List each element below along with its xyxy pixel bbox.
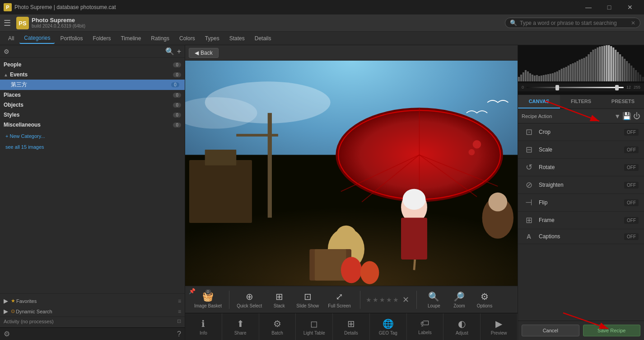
batch-icon: ⚙: [273, 318, 281, 329]
loupe-button[interactable]: 🔍 Loupe: [422, 289, 446, 310]
miscellaneous-label: Miscellaneous: [4, 122, 41, 128]
straighten-row[interactable]: ⊘ Straighten OFF: [518, 176, 644, 194]
dynamic-search-menu-icon[interactable]: ≡: [178, 308, 181, 315]
dynamic-search-icon: ⊙: [11, 308, 15, 314]
zoom-button[interactable]: 🔎 Zoom: [448, 289, 471, 310]
frame-row[interactable]: ⊞ Frame OFF: [518, 212, 644, 229]
sidebar-item-events[interactable]: ▲ Events 0: [0, 70, 185, 80]
svg-rect-10: [268, 113, 272, 218]
nav-labels[interactable]: 🏷 Labels: [407, 313, 444, 340]
sidebar-item-third-party[interactable]: 第三方 0: [0, 80, 185, 90]
tab-all[interactable]: All: [4, 33, 19, 43]
back-label: Back: [201, 50, 213, 56]
svg-rect-82: [624, 59, 625, 81]
tab-folders[interactable]: Folders: [88, 33, 115, 43]
info-label: Info: [200, 331, 207, 335]
quick-select-button[interactable]: ⊕ Quick Select: [233, 289, 266, 310]
flip-row[interactable]: ⊣ Flip OFF: [518, 194, 644, 212]
recipe-power-icon[interactable]: ⏻: [633, 112, 640, 120]
tab-canvas[interactable]: CANVAS: [518, 95, 560, 109]
tab-filters[interactable]: FILTERS: [560, 95, 602, 109]
reject-button[interactable]: ✕: [402, 295, 409, 305]
cancel-button[interactable]: Cancel: [522, 325, 579, 336]
loupe-label: Loupe: [428, 303, 440, 308]
dynamic-search-item[interactable]: ▶ ⊙ Dynamic Search ≡: [0, 306, 185, 316]
new-category-link[interactable]: + New Category...: [0, 130, 185, 142]
search-sidebar-icon[interactable]: 🔍: [165, 47, 174, 56]
title-bar: P Photo Supreme | database photosume.cat…: [0, 0, 644, 14]
svg-rect-45: [541, 76, 542, 81]
sidebar-item-people[interactable]: People 0: [0, 60, 185, 70]
search-clear-icon[interactable]: ✕: [631, 20, 635, 26]
histogram-left-handle[interactable]: [555, 85, 559, 90]
sidebar-item-objects[interactable]: Objects 0: [0, 100, 185, 110]
tab-types[interactable]: Types: [201, 33, 224, 43]
recipe-save-icon[interactable]: 💾: [622, 112, 631, 120]
app-name: Photo Supreme: [32, 17, 85, 24]
tab-colors[interactable]: Colors: [175, 33, 200, 43]
help-icon[interactable]: ?: [177, 330, 181, 338]
tab-details[interactable]: Details: [250, 33, 276, 43]
canvas-adjustments: ⊡ Crop OFF ⊟ Scale OFF ↺ Rotate OFF: [518, 123, 644, 321]
activity-icon: ⊡: [177, 318, 181, 324]
see-all-images-link[interactable]: see all 15 images: [0, 142, 185, 151]
search-box[interactable]: 🔍 ✕: [505, 18, 640, 28]
filter-icon[interactable]: ⚙: [4, 48, 9, 55]
close-button[interactable]: ✕: [620, 0, 640, 14]
favorites-menu-icon[interactable]: ≡: [178, 298, 181, 304]
sidebar-item-miscellaneous[interactable]: Miscellaneous 0: [0, 120, 185, 130]
nav-details[interactable]: ⊞ Details: [333, 313, 370, 340]
image-basket-label: Image Basket: [194, 303, 222, 308]
tab-states[interactable]: States: [225, 33, 249, 43]
tab-portfolios[interactable]: Portfolios: [56, 33, 87, 43]
star-2[interactable]: ★: [373, 296, 378, 303]
captions-row[interactable]: A Captions OFF: [518, 229, 644, 244]
svg-rect-85: [630, 66, 632, 81]
maximize-button[interactable]: □: [599, 0, 620, 14]
nav-adjust[interactable]: ◐ Adjust: [443, 313, 481, 340]
histogram-track[interactable]: [527, 87, 624, 88]
styles-label: Styles: [4, 112, 19, 118]
options-button[interactable]: ⚙ Options: [473, 289, 496, 310]
sidebar-item-places[interactable]: Places 0: [0, 90, 185, 100]
image-basket-button[interactable]: 🧺 0 Image Basket: [191, 289, 225, 310]
svg-rect-75: [608, 45, 610, 81]
save-recipe-button[interactable]: Save Recipe: [583, 325, 641, 336]
minimize-button[interactable]: —: [578, 0, 599, 14]
slide-show-button[interactable]: ⊡ Slide Show: [293, 289, 322, 310]
crop-row[interactable]: ⊡ Crop OFF: [518, 123, 644, 141]
add-category-icon[interactable]: +: [177, 47, 181, 56]
star-1[interactable]: ★: [366, 296, 372, 303]
nav-preview[interactable]: ▶ Preview: [481, 313, 518, 340]
svg-rect-80: [619, 54, 621, 81]
tab-timeline[interactable]: Timeline: [116, 33, 145, 43]
scale-row[interactable]: ⊟ Scale OFF: [518, 141, 644, 159]
nav-share[interactable]: ⬆ Share: [222, 313, 259, 340]
nav-light-table[interactable]: ◻ Light Table: [296, 313, 333, 340]
full-screen-button[interactable]: ⤢ Full Screen: [324, 289, 355, 310]
svg-rect-60: [574, 62, 576, 81]
hamburger-menu[interactable]: ☰: [4, 18, 11, 28]
search-input[interactable]: [520, 20, 631, 26]
nav-batch[interactable]: ⚙ Batch: [259, 313, 296, 340]
svg-rect-51: [554, 72, 556, 81]
tab-categories[interactable]: Categories: [19, 33, 55, 44]
recipe-bar: Recipe Action ▼ 💾 ⏻: [518, 109, 644, 123]
nav-info[interactable]: ℹ Info: [185, 313, 222, 340]
star-3[interactable]: ★: [379, 296, 385, 303]
favorites-item[interactable]: ▶ ★ Favorites ≡: [0, 296, 185, 306]
settings-icon[interactable]: ⚙: [4, 330, 10, 338]
tab-ratings[interactable]: Ratings: [146, 33, 174, 43]
tab-presets[interactable]: PRESETS: [602, 95, 644, 109]
sidebar-item-styles[interactable]: Styles 0: [0, 110, 185, 120]
recipe-dropdown-icon[interactable]: ▼: [614, 113, 621, 120]
star-4[interactable]: ★: [386, 296, 392, 303]
star-5[interactable]: ★: [393, 296, 399, 303]
image-basket-count: 0: [205, 289, 211, 294]
frame-status: OFF: [624, 217, 639, 224]
histogram-right-handle[interactable]: [615, 85, 619, 90]
rotate-row[interactable]: ↺ Rotate OFF: [518, 159, 644, 176]
stack-button[interactable]: ⊞ Stack: [267, 289, 291, 310]
nav-geo-tag[interactable]: 🌐 GEO Tag: [370, 313, 407, 340]
back-button[interactable]: ◀ Back: [189, 48, 219, 58]
